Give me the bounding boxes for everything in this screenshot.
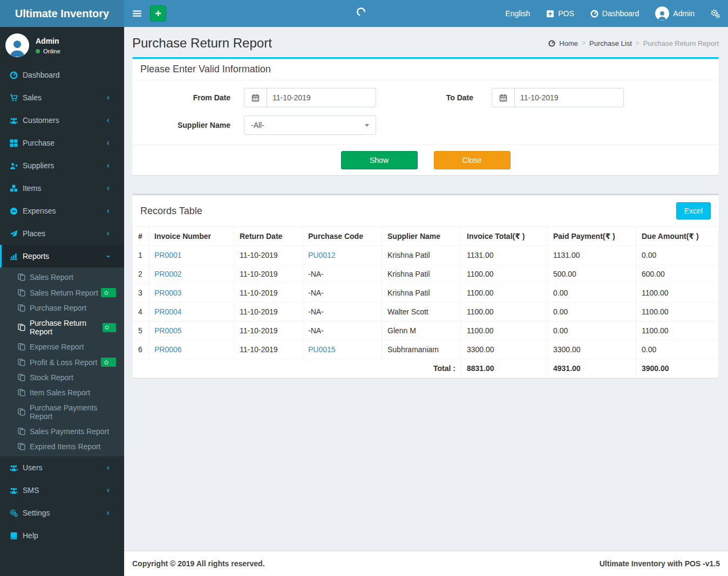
cell-invoice_total: 1100.00 bbox=[461, 284, 548, 303]
sidebar-link-suppliers[interactable]: Suppliers bbox=[0, 154, 124, 177]
table-row: 2PR000211-10-2019-NA-Krishna Patil1100.0… bbox=[133, 265, 719, 284]
sidebar-link-dashboard[interactable]: Dashboard bbox=[0, 64, 124, 86]
sidebar-link-sms[interactable]: SMS bbox=[0, 479, 124, 502]
purchase-code-link[interactable]: PU0012 bbox=[308, 251, 336, 259]
submenu-item-label: Profit & Loss Report bbox=[30, 358, 97, 367]
submenu-item-purchase-report: Purchase Report bbox=[0, 300, 124, 316]
navbar-item-dashboard[interactable]: Dashboard bbox=[582, 0, 648, 27]
copy-icon bbox=[18, 359, 25, 366]
navbar-item-language[interactable]: English bbox=[497, 0, 538, 27]
sidebar-item-label: Items bbox=[23, 184, 105, 193]
brand-logo[interactable]: Ultimate Inventory bbox=[0, 0, 124, 27]
navbar-item-settings[interactable] bbox=[703, 0, 728, 27]
cell-sl: 4 bbox=[133, 303, 149, 321]
submenu-item-item-sales-report: Item Sales Report bbox=[0, 385, 124, 400]
copy-icon bbox=[18, 374, 25, 381]
cell-supplier: Subhramaniam bbox=[382, 340, 461, 359]
dashboard-label: Dashboard bbox=[602, 9, 639, 18]
invoice-link[interactable]: PR0003 bbox=[154, 289, 182, 297]
close-button[interactable]: Close bbox=[434, 151, 511, 169]
table-row: 1PR000111-10-2019PU0012Krishna Patil1131… bbox=[133, 246, 719, 265]
invoice-link[interactable]: PR0005 bbox=[154, 326, 182, 335]
favorite-star-badge[interactable] bbox=[101, 358, 116, 367]
sidebar-link-settings[interactable]: Settings bbox=[0, 502, 124, 524]
navbar-item-user[interactable]: Admin bbox=[647, 0, 703, 27]
column-header-due-amount: Due Amount(₹ ) bbox=[636, 227, 719, 246]
sidebar-link-help[interactable]: Help bbox=[0, 524, 124, 547]
quick-add-button[interactable]: + bbox=[150, 5, 166, 22]
reports-submenu: Sales ReportSales Return ReportPurchase … bbox=[0, 268, 124, 456]
submenu-link-sales-payments-report[interactable]: Sales Payments Report bbox=[0, 424, 124, 439]
pos-label: POS bbox=[558, 9, 574, 18]
user-avatar[interactable] bbox=[5, 33, 29, 57]
submenu-link-purchase-payments-report[interactable]: Purchase Payments Report bbox=[0, 400, 124, 424]
submenu-link-purchase-report[interactable]: Purchase Report bbox=[0, 300, 124, 316]
sidebar-link-purchase[interactable]: Purchase bbox=[0, 132, 124, 154]
copy-icon bbox=[18, 428, 25, 435]
cell-invoice: PR0002 bbox=[149, 265, 234, 284]
cell-paid: 0.00 bbox=[548, 321, 636, 340]
sidebar-link-items[interactable]: Items bbox=[0, 177, 124, 200]
show-button[interactable]: Show bbox=[341, 151, 418, 169]
favorite-star-badge[interactable] bbox=[103, 323, 116, 332]
sidebar-link-places[interactable]: Places bbox=[0, 222, 124, 245]
from-date-calendar-addon[interactable] bbox=[244, 88, 267, 107]
cell-invoice_total: 1131.00 bbox=[461, 246, 548, 265]
invoice-link[interactable]: PR0006 bbox=[154, 345, 182, 354]
cell-supplier: Walter Scott bbox=[382, 303, 461, 321]
records-title: Records Table bbox=[140, 205, 202, 217]
submenu-item-profit-loss-report: Profit & Loss Report bbox=[0, 354, 124, 370]
submenu-link-purchase-return-report[interactable]: Purchase Return Report bbox=[0, 316, 124, 339]
copy-icon bbox=[18, 289, 25, 297]
sidebar-item-items: Items bbox=[0, 177, 124, 200]
cell-due: 1100.00 bbox=[636, 321, 719, 340]
cell-invoice: PR0006 bbox=[149, 340, 234, 359]
submenu-link-sales-return-report[interactable]: Sales Return Report bbox=[0, 285, 124, 300]
sidebar-link-customers[interactable]: Customers bbox=[0, 109, 124, 132]
favorite-star-badge[interactable] bbox=[101, 288, 116, 297]
breadcrumb-purchase-list[interactable]: Purchase List bbox=[589, 39, 632, 47]
sidebar-link-expenses[interactable]: Expenses bbox=[0, 200, 124, 222]
purchase-code-link[interactable]: PU0015 bbox=[308, 345, 336, 354]
sidebar-link-reports[interactable]: Reports bbox=[0, 245, 124, 268]
submenu-item-sales-payments-report: Sales Payments Report bbox=[0, 424, 124, 439]
excel-export-button[interactable]: Excel bbox=[676, 202, 711, 220]
cell-sl: 5 bbox=[133, 321, 149, 340]
to-date-input[interactable] bbox=[515, 88, 623, 107]
breadcrumb-home[interactable]: Home bbox=[559, 39, 578, 47]
cell-paid: 0.00 bbox=[548, 284, 636, 303]
cell-supplier: Krishna Patil bbox=[382, 284, 461, 303]
loading-spinner-icon bbox=[356, 7, 366, 17]
column-header-invoice-number: Invoice Number bbox=[149, 227, 234, 246]
user-label: Admin bbox=[673, 9, 695, 18]
submenu-link-sales-report[interactable]: Sales Report bbox=[0, 270, 124, 285]
submenu-link-stock-report[interactable]: Stock Report bbox=[0, 370, 124, 385]
sidebar-toggle-button[interactable] bbox=[124, 0, 150, 27]
to-date-label: To Date bbox=[376, 93, 473, 102]
version-text: Ultimate Inventory with POS -v1.5 bbox=[600, 559, 720, 568]
submenu-link-profit-loss-report[interactable]: Profit & Loss Report bbox=[0, 354, 124, 370]
invoice-link[interactable]: PR0001 bbox=[154, 251, 182, 259]
invoice-link[interactable]: PR0002 bbox=[154, 270, 182, 278]
supplier-select[interactable]: -All- bbox=[244, 115, 376, 135]
submenu-item-label: Purchase Return Report bbox=[30, 319, 103, 336]
submenu-item-expense-report: Expense Report bbox=[0, 339, 124, 354]
sidebar-link-users[interactable]: Users bbox=[0, 456, 124, 479]
supplier-name-label: Supplier Name bbox=[140, 121, 230, 129]
submenu-link-expense-report[interactable]: Expense Report bbox=[0, 339, 124, 354]
angle-left-icon bbox=[105, 488, 111, 493]
navbar-item-pos[interactable]: POS bbox=[538, 0, 582, 27]
to-date-calendar-addon[interactable] bbox=[492, 88, 515, 107]
dashboard-gauge-icon bbox=[590, 10, 598, 18]
avatar bbox=[655, 6, 669, 20]
sidebar-item-label: Reports bbox=[23, 252, 105, 260]
submenu-link-item-sales-report[interactable]: Item Sales Report bbox=[0, 385, 124, 400]
cell-sl: 6 bbox=[133, 340, 149, 359]
sidebar-link-sales[interactable]: Sales bbox=[0, 86, 124, 109]
from-date-input[interactable] bbox=[267, 88, 376, 107]
submenu-link-expired-items-report[interactable]: Expired Items Report bbox=[0, 439, 124, 454]
invoice-link[interactable]: PR0004 bbox=[154, 307, 182, 316]
table-total-row: Total :8831.004931.003900.00 bbox=[133, 359, 719, 378]
cell-purchase_code: PU0015 bbox=[303, 340, 382, 359]
gears-icon bbox=[711, 9, 720, 18]
